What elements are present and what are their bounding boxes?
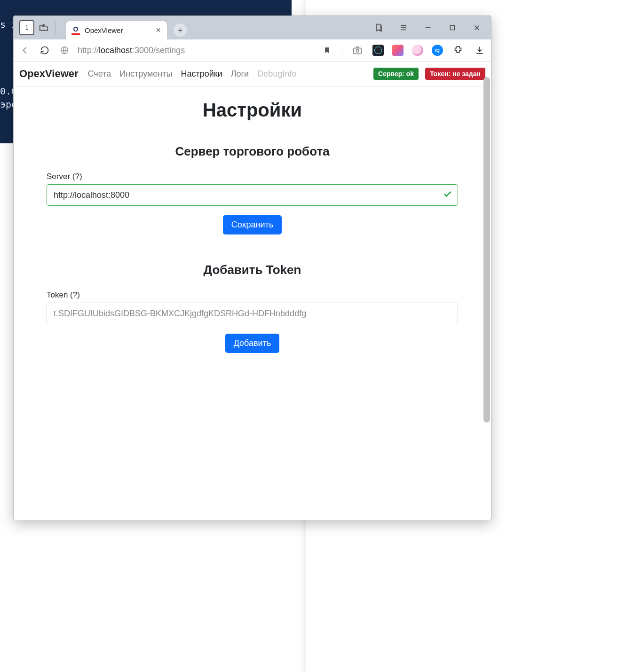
svg-point-9 — [356, 49, 359, 52]
token-status-badge: Токен: не задан — [425, 68, 485, 80]
server-status-badge: Сервер: ok — [373, 68, 419, 80]
add-button[interactable]: Добавить — [225, 334, 280, 353]
extension-iq-icon[interactable]: IQ — [432, 45, 443, 56]
window-minimize-icon[interactable] — [421, 21, 435, 34]
reload-button[interactable] — [38, 44, 51, 57]
tab-close-icon[interactable]: ✕ — [156, 26, 161, 34]
window-maximize-icon[interactable] — [446, 21, 459, 34]
site-info-icon[interactable] — [58, 44, 71, 57]
token-input-label: Token (?) — [47, 290, 458, 300]
nav-logs[interactable]: Логи — [231, 69, 249, 79]
server-url-input[interactable] — [47, 184, 458, 206]
back-button[interactable] — [18, 44, 32, 57]
server-section-heading: Сервер торгового робота — [47, 144, 458, 159]
token-input[interactable] — [47, 303, 458, 324]
extensions-menu-icon[interactable] — [451, 44, 465, 57]
file-open-icon[interactable] — [37, 21, 50, 34]
extension-pink-icon[interactable] — [412, 45, 423, 56]
app-navbar: OpexViewer Счета Инструменты Настройки Л… — [14, 62, 491, 86]
bookmarks-icon[interactable] — [372, 21, 386, 34]
nav-settings[interactable]: Настройки — [181, 69, 222, 79]
nav-accounts[interactable]: Счета — [88, 69, 111, 79]
svg-rect-4 — [450, 25, 454, 30]
page-content: Настройки Сервер торгового робота Server… — [14, 86, 491, 520]
url-host: localhost — [99, 46, 132, 55]
browser-window: 1 O OpexViewer ✕ ＋ — [13, 16, 491, 520]
scrollbar[interactable] — [483, 77, 490, 422]
url-protocol: http:// — [78, 46, 99, 55]
address-bar: http://localhost:3000/settings IQ — [14, 39, 491, 62]
tab-title: OpexViewer — [85, 26, 123, 34]
nav-debuginfo[interactable]: DebugInfo — [257, 69, 296, 79]
token-section-heading: Добавить Token — [47, 263, 458, 277]
save-button[interactable]: Сохранить — [223, 215, 282, 234]
extension-react-icon[interactable] — [372, 45, 384, 56]
page-title: Настройки — [47, 100, 458, 121]
browser-tab[interactable]: O OpexViewer ✕ — [66, 21, 167, 39]
app-brand[interactable]: OpexViewer — [19, 68, 79, 80]
screenshot-icon[interactable] — [351, 44, 364, 57]
tab-favicon-icon: O — [71, 25, 80, 35]
bookmark-page-icon[interactable] — [320, 44, 333, 57]
window-close-icon[interactable] — [470, 21, 483, 34]
nav-instruments[interactable]: Инструменты — [119, 69, 172, 79]
browser-titlebar: 1 O OpexViewer ✕ ＋ — [14, 16, 491, 39]
menu-icon[interactable] — [397, 21, 410, 34]
extension-gradient-icon[interactable] — [392, 45, 404, 56]
download-icon[interactable] — [473, 44, 486, 57]
new-tab-button[interactable]: ＋ — [174, 23, 187, 37]
valid-check-icon — [443, 189, 452, 201]
url-path: :3000/settings — [132, 46, 185, 55]
svg-rect-8 — [354, 48, 362, 54]
url-display[interactable]: http://localhost:3000/settings — [78, 46, 185, 55]
server-input-label: Server (?) — [47, 172, 458, 181]
workspace-icon[interactable]: 1 — [19, 20, 34, 35]
